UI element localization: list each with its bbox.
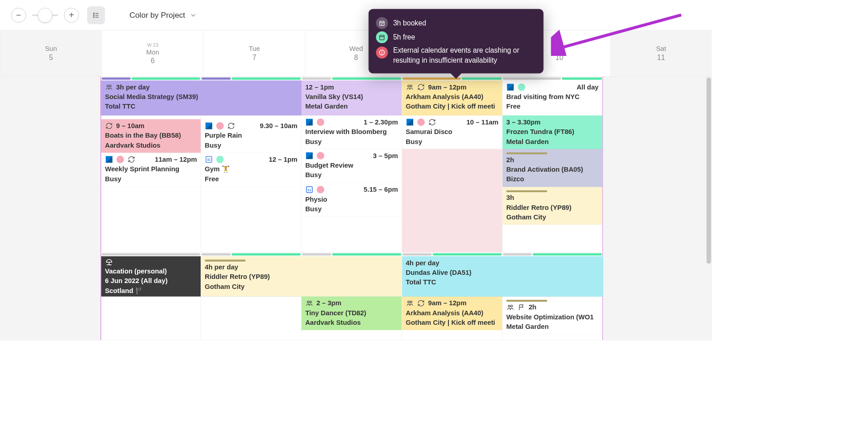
day-cell-mon-2[interactable]: Vacation (personal)6 Jun 2022 (All day)S… xyxy=(100,253,201,340)
dot_pink-icon xyxy=(316,152,325,160)
list-view-toggle[interactable] xyxy=(87,6,105,24)
win-icon xyxy=(305,118,313,126)
zoom-in-button[interactable]: + xyxy=(64,8,79,23)
zoom-slider[interactable] xyxy=(32,15,58,16)
event-time: 12 – 1pm xyxy=(269,155,297,164)
dot_pink-icon xyxy=(116,155,124,164)
booked-icon xyxy=(376,17,388,29)
event-status: Free xyxy=(205,174,297,184)
win-icon xyxy=(105,155,113,164)
event-budget-review[interactable]: 3 – 5pmBudget ReviewBusy xyxy=(301,149,402,183)
event-time: 2h xyxy=(506,155,514,164)
event-time: 9am – 12pm xyxy=(428,82,467,92)
event-client: Gotham City | Kick off meeti xyxy=(406,318,498,328)
event-title: Social Media Strategy (SM39) xyxy=(105,92,298,102)
event-client: Gotham City xyxy=(506,212,598,222)
scrollbar[interactable] xyxy=(706,78,711,264)
chevron-down-icon xyxy=(190,11,197,19)
repeat-icon xyxy=(417,83,425,91)
event-brand-activation[interactable]: 2hBrand Activation (BA05)Bizco xyxy=(503,149,602,187)
svg-point-11 xyxy=(307,301,309,303)
event-physio[interactable]: 315.15 – 6pmPhysioBusy xyxy=(301,183,402,216)
event-time: 11am – 12pm xyxy=(155,155,197,164)
toolbar: − + Color by Project xyxy=(0,0,712,30)
event-time: 3 – 3.30pm xyxy=(506,117,540,127)
event-weekly-sprint[interactable]: 11am – 12pmWeekly Sprint PlanningBusy xyxy=(101,153,201,186)
event-client: Aardvark Studios xyxy=(305,318,398,328)
event-vacation[interactable]: Vacation (personal)6 Jun 2022 (All day)S… xyxy=(101,256,201,297)
event-title: Samurai Disco xyxy=(406,127,498,137)
day-header-sun[interactable]: Sun5 xyxy=(0,30,102,76)
event-time: 2 – 3pm xyxy=(316,298,341,308)
color-by-dropdown[interactable]: Color by Project xyxy=(129,10,197,20)
event-website-optimization[interactable]: 2hWebsite Optimization (WO1Metal Garden xyxy=(503,297,602,334)
event-status: Free xyxy=(506,102,598,111)
event-status: Busy xyxy=(305,137,398,146)
resource-row-2: Vacation (personal)6 Jun 2022 (All day)S… xyxy=(0,253,712,341)
zoom-out-button[interactable]: − xyxy=(11,8,26,23)
event-time: 9.30 – 10am xyxy=(260,121,297,131)
event-title: Tiny Dancer (TD82) xyxy=(305,308,398,318)
people-icon xyxy=(105,83,113,91)
event-riddler-retro[interactable]: 3hRiddler Retro (YP89)Gotham City xyxy=(503,187,602,224)
repeat-icon xyxy=(127,155,135,164)
event-gym[interactable]: 3112 – 1pmGym 🏋️Free xyxy=(201,153,301,186)
svg-point-4 xyxy=(94,16,94,17)
svg-point-12 xyxy=(310,301,311,303)
event-time: 1 – 2.30pm xyxy=(364,117,398,127)
event-title: Purple Rain xyxy=(205,131,297,140)
event-samurai-disco[interactable]: 10 – 11amSamurai DiscoBusy xyxy=(402,115,503,149)
event-title: Weekly Sprint Planning xyxy=(105,164,197,174)
event-arkham-analysis-2[interactable]: 9am – 12pmArkham Analysis (AA40)Gotham C… xyxy=(402,297,503,330)
dot_teal-icon xyxy=(518,83,526,91)
event-title: Brand Activation (BA05) xyxy=(506,165,598,174)
event-interview-bloomberg[interactable]: 1 – 2.30pmInterview with BloombergBusy xyxy=(301,115,402,149)
event-vanilla-sky[interactable]: 12 – 1pmVanilla Sky (VS14)Metal Garden xyxy=(301,80,402,115)
dot_teal-icon xyxy=(216,155,224,164)
event-frozen-tundra[interactable]: 3 – 3.30pmFrozen Tundra (FT86)Metal Gard… xyxy=(503,115,602,149)
free-label: 5h free xyxy=(393,32,415,42)
event-status: Busy xyxy=(305,204,398,214)
event-title: Riddler Retro (YP89) xyxy=(205,272,398,282)
day-header-tue[interactable]: Tue7 xyxy=(203,30,305,76)
svg-point-8 xyxy=(107,85,108,87)
svg-point-14 xyxy=(410,301,412,303)
event-client: Total TTC xyxy=(406,278,599,287)
event-client: Metal Garden xyxy=(506,137,598,146)
event-client: Total TTC xyxy=(105,102,298,111)
event-riddler-retro-span[interactable]: 4h per dayRiddler Retro (YP89)Gotham Cit… xyxy=(201,256,402,297)
day-cell-wed[interactable]: 12 – 1pmVanilla Sky (VS14)Metal Garden 1… xyxy=(301,77,402,252)
day-cell-fri[interactable]: All dayBrad visiting from NYCFree 3 – 3.… xyxy=(503,77,603,252)
event-social-media-strategy[interactable]: 3h per daySocial Media Strategy (SM39)To… xyxy=(100,80,301,115)
event-title: Brad visiting from NYC xyxy=(506,92,598,102)
event-time: 9 – 10am xyxy=(116,121,144,131)
event-date: 6 Jun 2022 (All day) xyxy=(105,276,197,286)
event-arkham-analysis[interactable]: 9am – 12pmArkham Analysis (AA40)Gotham C… xyxy=(402,80,503,115)
day-cell-thu[interactable]: 9am – 12pmArkham Analysis (AA40)Gotham C… xyxy=(402,77,503,252)
event-status: Busy xyxy=(305,170,398,180)
event-status: Busy xyxy=(406,137,498,146)
event-title: Vanilla Sky (VS14) xyxy=(305,92,398,102)
day-header-mon[interactable]: W 23Mon6 xyxy=(102,30,203,76)
event-brad-visiting[interactable]: All dayBrad visiting from NYCFree xyxy=(503,80,602,115)
svg-point-13 xyxy=(408,301,409,303)
event-status: Busy xyxy=(205,140,297,150)
event-boats-in-bay[interactable]: 9 – 10amBoats in the Bay (BB58)Aardvark … xyxy=(101,119,201,153)
event-time: 3 – 5pm xyxy=(373,151,398,160)
event-purple-rain[interactable]: 9.30 – 10amPurple RainBusy xyxy=(201,119,301,153)
event-time: 4h per day xyxy=(406,258,439,268)
warning-icon xyxy=(376,47,388,59)
event-time: 3h per day xyxy=(116,82,150,92)
event-time: 9am – 12pm xyxy=(428,298,467,308)
resource-row-1: 9 – 10amBoats in the Bay (BB58)Aardvark … xyxy=(0,77,712,253)
day-header-sat[interactable]: Sat11 xyxy=(610,30,712,76)
event-tiny-dancer[interactable]: 2 – 3pmTiny Dancer (TD82)Aardvark Studio… xyxy=(301,297,402,330)
day-cell-sun xyxy=(0,77,100,252)
day-cell-sun-2 xyxy=(0,253,100,340)
event-client: Bizco xyxy=(506,174,598,184)
people-icon xyxy=(305,299,313,307)
event-dundas-alive[interactable]: 4h per dayDundas Alive (DA51)Total TTC xyxy=(402,256,603,297)
gcal-icon: 31 xyxy=(205,155,213,164)
event-status: Busy xyxy=(105,174,197,184)
repeat-icon xyxy=(105,122,113,130)
